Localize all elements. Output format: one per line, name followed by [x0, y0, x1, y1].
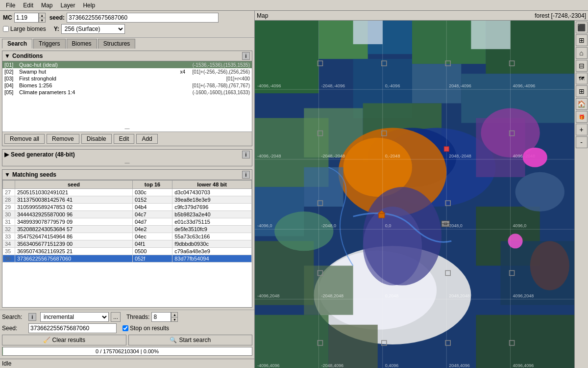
row-num: 31: [3, 218, 15, 226]
seed-generator-section: ▶ Seed generator (48-bit) i —: [2, 149, 252, 166]
map-tool-home[interactable]: ⌂: [576, 47, 588, 59]
map-image-area[interactable]: -4096,-4096 -2048,-4096 0,-4096 2048,-40…: [255, 21, 574, 368]
map-zoom-out[interactable]: -: [576, 136, 588, 148]
map-tool-grid2[interactable]: ⊞: [576, 85, 588, 97]
svg-text:-4096,4096: -4096,4096: [257, 363, 280, 368]
table-row[interactable]: 31 3489939078779579 09 04d7 e01c33d75115: [3, 218, 252, 226]
condition-row[interactable]: [01] Quac-hut (ideal) (-1536,-1536),(153…: [2, 61, 252, 68]
table-row[interactable]: 29 3105995589247853 02 04b4 c9fc379d7696: [3, 204, 252, 211]
progress-text: 0 / 175706210304 | 0.00%: [2, 347, 252, 355]
tab-triggers[interactable]: Triggers: [33, 39, 66, 49]
row-num: 32: [3, 226, 15, 233]
matching-seeds-section: ▼ Matching seeds i seed top 16 lower 48 …: [2, 169, 252, 308]
col-header-lower48[interactable]: lower 48 bit: [172, 181, 252, 189]
menu-file[interactable]: File: [2, 1, 19, 10]
menu-edit[interactable]: Edit: [19, 1, 37, 10]
remove-all-button[interactable]: Remove all: [4, 134, 45, 144]
svg-rect-18: [304, 167, 343, 207]
seed-input[interactable]: [67, 13, 219, 23]
svg-text:-2048,2048: -2048,2048: [321, 293, 343, 298]
conditions-info-btn[interactable]: i: [242, 52, 250, 60]
svg-text:0,0: 0,0: [385, 223, 392, 228]
mc-input[interactable]: [14, 13, 39, 23]
menu-layer[interactable]: Layer: [56, 1, 79, 10]
conditions-header[interactable]: ▼ Conditions i: [2, 51, 252, 61]
condition-row[interactable]: [03] First stronghold [01]+r<400: [2, 75, 252, 82]
table-row[interactable]: 27 25051510302491021 030c d3c047430703: [3, 189, 252, 196]
seed-search-input[interactable]: [28, 323, 117, 333]
table-row[interactable]: 30 3444432925587000 96 04c7 b5b9823a2e40: [3, 211, 252, 218]
y-label: Y:: [54, 26, 59, 32]
row-lower48: 83d77fb54094: [172, 255, 252, 263]
tab-biomes[interactable]: Biomes: [67, 39, 97, 49]
svg-point-92: [523, 148, 547, 167]
conditions-dots: —: [2, 125, 252, 131]
map-canvas[interactable]: -4096,-4096 -2048,-4096 0,-4096 2048,-40…: [255, 21, 588, 368]
condition-row[interactable]: [04] Biomes 1:256 [01]+(-768,-768),(767,…: [2, 82, 252, 89]
large-biomes-label: Large biomes: [10, 26, 46, 32]
seed-gen-info-btn[interactable]: i: [242, 151, 250, 158]
cond-mult-1: x4: [180, 69, 192, 75]
mc-spinbox[interactable]: ▲ ▼: [14, 13, 46, 23]
stop-on-results-checkbox[interactable]: [122, 325, 128, 331]
svg-text:-4096,2048: -4096,2048: [257, 293, 280, 298]
table-row[interactable]: 33 3547526474154964 86 04ec 55a73c63c166: [3, 233, 252, 240]
map-tool-grid[interactable]: ⊞: [576, 34, 588, 46]
menu-help[interactable]: Help: [79, 1, 99, 10]
matching-seeds-header[interactable]: ▼ Matching seeds i: [2, 170, 252, 180]
map-tool-pin[interactable]: ⊟: [576, 60, 588, 72]
map-tool-house[interactable]: 🏠: [576, 98, 588, 110]
table-row[interactable]: 28 3113750038142576 41 0152 39ea8e18e3e9: [3, 196, 252, 204]
mc-up-arrow[interactable]: ▲: [39, 13, 46, 18]
large-biomes-checkbox[interactable]: [3, 26, 9, 32]
seeds-table-container[interactable]: seed top 16 lower 48 bit 27 250515103024…: [2, 180, 252, 307]
edit-button[interactable]: Edit: [114, 134, 135, 144]
map-tool-chest[interactable]: 🎁: [576, 111, 588, 123]
search-info-btn[interactable]: i: [28, 313, 36, 321]
table-row[interactable]: 34 3563405677151239 00 04f1 f9dbbdb0930c: [3, 240, 252, 248]
cond-range-0: (-1536,-1536),(1535,1535): [193, 62, 250, 68]
seed-search-label: Seed:: [2, 325, 26, 332]
condition-row[interactable]: [05] Climate parameters 1:4 (-1600,-1600…: [2, 89, 252, 96]
disable-button[interactable]: Disable: [81, 134, 112, 144]
svg-text:-4096,-4096: -4096,-4096: [257, 83, 281, 88]
cond-range-3: [01]+(-768,-768),(767,767): [192, 83, 250, 88]
row-top16: 0500: [132, 248, 172, 255]
start-search-button[interactable]: 🔍 Start search: [128, 335, 253, 345]
threads-up-arrow[interactable]: ▲: [171, 312, 178, 317]
condition-row[interactable]: [02] Swamp hut x4 [01]+(-256,-256),(256,…: [2, 68, 252, 75]
seed-generator-header[interactable]: ▶ Seed generator (48-bit) i: [2, 150, 252, 159]
threads-input[interactable]: [151, 312, 171, 322]
clear-results-button[interactable]: 🧹 Clear results: [2, 335, 126, 345]
search-type-dropdown[interactable]: incremental: [40, 312, 109, 322]
row-lower48: c79a6a48e3e9: [172, 248, 252, 255]
large-biomes-checkbox-label[interactable]: Large biomes: [3, 26, 46, 32]
threads-down-arrow[interactable]: ▼: [171, 317, 178, 322]
table-row[interactable]: 36 373662255675687060 052f 83d77fb54094: [3, 255, 252, 263]
y-dropdown[interactable]: 256 (Surface): [61, 24, 125, 34]
tab-structures[interactable]: Structures: [98, 39, 136, 49]
tab-search[interactable]: Search: [2, 39, 32, 49]
svg-text:0,-4096: 0,-4096: [385, 83, 400, 88]
map-zoom-in[interactable]: +: [576, 124, 588, 135]
svg-rect-27: [353, 21, 383, 44]
stop-on-results-label[interactable]: Stop on results: [122, 325, 169, 332]
menu-map[interactable]: Map: [37, 1, 56, 10]
svg-text:-2048,-4096: -2048,-4096: [321, 83, 345, 88]
col-header-seed[interactable]: seed: [15, 181, 133, 189]
matching-seeds-info-btn[interactable]: i: [242, 171, 250, 179]
map-tool-screenshot[interactable]: ⬛: [576, 22, 588, 33]
svg-text:0,4096: 0,4096: [385, 363, 399, 368]
remove-button[interactable]: Remove: [47, 134, 79, 144]
map-svg[interactable]: -4096,-4096 -2048,-4096 0,-4096 2048,-40…: [255, 21, 574, 368]
seed-gen-title-text: Seed generator (48-bit): [11, 151, 75, 158]
search-dots-btn[interactable]: ...: [111, 312, 121, 322]
map-tool-layers[interactable]: 🗺: [576, 73, 588, 84]
search-type-label: Search:: [2, 314, 26, 320]
mc-down-arrow[interactable]: ▼: [39, 18, 46, 23]
table-row[interactable]: 32 3520882243053684 57 04e2 de5fe3510fc9: [3, 226, 252, 233]
table-row[interactable]: 35 3695074362116925 21 0500 c79a6a48e3e9: [3, 248, 252, 255]
add-button[interactable]: Add: [136, 134, 157, 144]
col-header-top16[interactable]: top 16: [132, 181, 172, 189]
threads-spinbox[interactable]: ▲ ▼: [151, 312, 178, 322]
